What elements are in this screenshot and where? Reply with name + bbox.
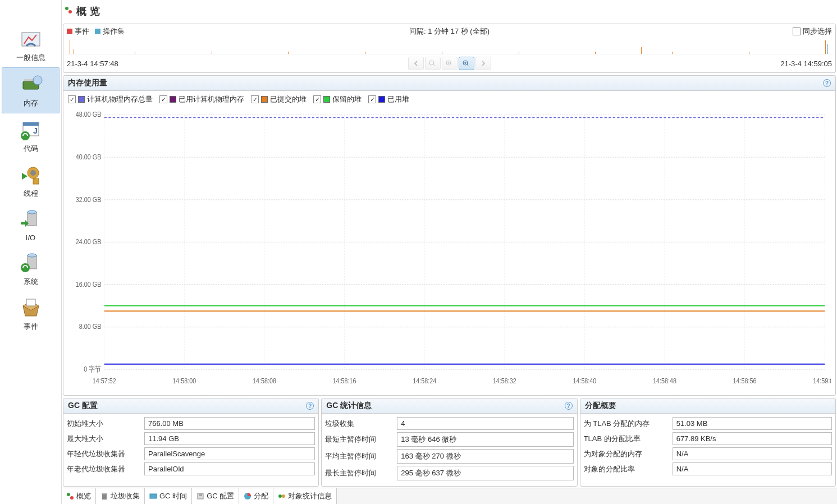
memory-icon [17, 74, 44, 96]
tab-overview[interactable]: 概览 [62, 488, 96, 504]
info-value: 51.03 MB [673, 417, 832, 430]
legend-color-swatch [323, 96, 330, 103]
nav-forward-button[interactable] [475, 57, 491, 70]
tab-config[interactable]: GC 配置 [192, 488, 239, 504]
info-label: 年轻代垃圾收集器 [67, 449, 140, 459]
svg-point-17 [65, 7, 68, 10]
sidebar-label-events: 事件 [24, 322, 38, 332]
info-row: 年老代垃圾收集器ParallelOld [67, 462, 315, 475]
info-label: TLAB 的分配比率 [584, 434, 668, 444]
memory-panel-title: 内存使用量 [68, 78, 107, 88]
memory-legend-item-3[interactable]: 保留的堆 [313, 94, 362, 104]
svg-rect-62 [102, 494, 107, 500]
ops-swatch [95, 29, 100, 34]
timeline-chart[interactable] [66, 39, 833, 54]
info-label: 最短主暂停时间 [325, 434, 392, 445]
info-value: 677.89 KB/s [673, 432, 832, 445]
memory-legend-item-4[interactable]: 已用堆 [368, 94, 409, 104]
svg-rect-64 [150, 494, 157, 498]
legend-checkbox[interactable] [159, 95, 167, 103]
help-icon[interactable]: ? [565, 402, 573, 410]
memory-legend-item-1[interactable]: 已用计算机物理内存 [159, 94, 244, 104]
svg-point-69 [282, 494, 285, 498]
svg-text:14:58:32: 14:58:32 [493, 377, 516, 385]
info-row: 对象的分配比率N/A [584, 462, 832, 475]
svg-text:14:58:40: 14:58:40 [573, 377, 596, 385]
pie-icon [244, 492, 251, 500]
trash-icon [100, 492, 108, 500]
legend-checkbox[interactable] [368, 95, 376, 103]
sync-select-control[interactable]: 同步选择 [793, 26, 832, 36]
legend-label: 保留的堆 [332, 94, 362, 104]
legend-color-swatch [170, 96, 176, 103]
overview-icon [64, 6, 73, 17]
info-value: N/A [673, 462, 832, 475]
svg-rect-63 [102, 493, 107, 494]
help-icon[interactable]: ? [823, 79, 831, 87]
nav-select-button[interactable] [459, 57, 474, 70]
gc-config-title: GC 配置 [68, 401, 98, 411]
tab-label: GC 配置 [207, 491, 234, 501]
tab-trash[interactable]: 垃圾收集 [96, 488, 145, 504]
svg-text:40.00 GB: 40.00 GB [76, 153, 102, 161]
sync-select-label: 同步选择 [803, 26, 832, 36]
system-icon [17, 252, 44, 274]
memory-legend-item-2[interactable]: 已提交的堆 [251, 94, 307, 104]
info-value: 163 毫秒 270 微秒 [397, 449, 573, 464]
info-value: 4 [397, 417, 573, 430]
alloc-summary-title: 分配概要 [585, 401, 616, 411]
info-label: 垃圾收集 [325, 419, 392, 429]
svg-text:J: J [33, 126, 38, 135]
nav-zoom-button[interactable] [442, 57, 458, 70]
gc-stats-title: GC 统计信息 [326, 401, 372, 411]
memory-chart-area[interactable]: 0 字节8.00 GB16.00 GB24.00 GB32.00 GB40.00… [68, 108, 831, 391]
sidebar-item-general[interactable]: 一般信息 [0, 22, 61, 67]
info-label: 对象的分配比率 [584, 464, 668, 474]
info-row: 为对象分配的内存N/A [584, 447, 832, 460]
sidebar-item-io[interactable]: I/O [0, 203, 61, 246]
interval-text: 间隔: 1 分钟 17 秒 (全部) [409, 26, 490, 36]
sidebar-item-system[interactable]: 系统 [0, 246, 61, 291]
tab-time[interactable]: GC 时间 [145, 488, 192, 504]
timeline-start: 21-3-4 14:57:48 [67, 59, 118, 68]
tab-stats[interactable]: 对象统计信息 [273, 488, 337, 504]
svg-point-60 [67, 493, 70, 496]
info-label: 为 TLAB 分配的内存 [584, 419, 668, 429]
help-icon[interactable]: ? [306, 402, 314, 410]
svg-rect-5 [23, 122, 39, 126]
legend-color-swatch [261, 96, 268, 103]
memory-legend-item-0[interactable]: 计算机物理内存总量 [68, 94, 153, 104]
sidebar-item-threads[interactable]: 线程 [0, 158, 61, 203]
legend-checkbox[interactable] [251, 95, 259, 103]
sidebar-item-code[interactable]: J 代码 [0, 113, 61, 158]
io-icon [17, 209, 44, 231]
svg-text:14:58:24: 14:58:24 [413, 377, 436, 385]
events-swatch [67, 29, 72, 34]
info-value: 295 毫秒 637 微秒 [397, 466, 573, 480]
info-row: 为 TLAB 分配的内存51.03 MB [584, 417, 832, 430]
legend-checkbox[interactable] [68, 95, 76, 103]
threads-icon [17, 164, 44, 186]
sync-select-checkbox[interactable] [793, 28, 801, 35]
info-value: ParallelOld [144, 462, 315, 475]
main-area: 概览 事件 操作集 间隔: 1 分钟 17 秒 (全部) 同步选择 [62, 0, 837, 504]
svg-point-15 [21, 263, 30, 272]
legend-label: 已用堆 [387, 94, 409, 104]
legend-checkbox[interactable] [313, 95, 321, 103]
page-title-bar: 概览 [62, 0, 837, 22]
sidebar-item-events[interactable]: 事件 [0, 291, 61, 336]
legend-label: 已用计算机物理内存 [179, 94, 244, 104]
tab-pie[interactable]: 分配 [239, 488, 273, 504]
nav-back-button[interactable] [408, 57, 424, 70]
timeline-panel: 事件 操作集 间隔: 1 分钟 17 秒 (全部) 同步选择 [63, 24, 836, 73]
memory-legend-row: 计算机物理内存总量已用计算机物理内存已提交的堆保留的堆已用堆 [63, 91, 835, 108]
svg-rect-10 [33, 178, 39, 184]
info-label: 年老代垃圾收集器 [67, 464, 140, 474]
info-value: ParallelScavenge [144, 447, 315, 460]
sidebar-item-memory[interactable]: 内存 [2, 67, 60, 113]
nav-zoom-out-button[interactable] [425, 57, 441, 70]
svg-point-61 [70, 496, 74, 500]
info-row: 初始堆大小766.00 MB [67, 417, 315, 430]
info-value: 13 毫秒 646 微秒 [397, 432, 573, 447]
svg-point-9 [30, 170, 36, 176]
